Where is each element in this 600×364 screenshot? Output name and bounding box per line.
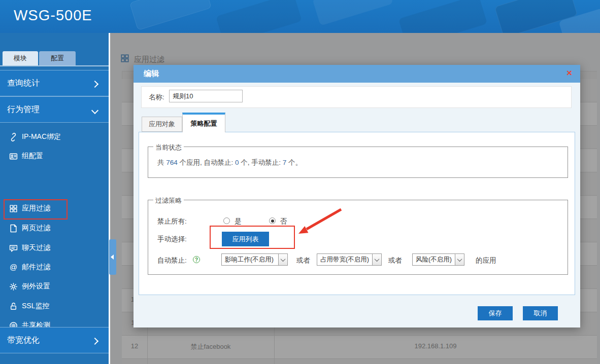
select-arrow-icon [372,254,381,265]
sidebar-collapse-handle[interactable] [109,239,116,275]
chevron-right-icon [91,81,98,88]
sidebar-item-chat-filter[interactable]: 聊天过滤 [0,238,109,258]
collapse-left-icon [111,254,114,260]
work-impact-select[interactable]: 影响工作(不启用) [221,253,288,266]
sidebar-item-exception-settings[interactable]: 例外设置 [0,277,109,296]
ban-all-label: 禁止所有: [157,217,187,226]
keyboard-key-decoration [312,0,393,26]
name-label: 名称: [149,93,164,102]
cancel-button[interactable]: 取消 [523,306,558,320]
section-label: 带宽优化 [7,335,40,346]
dialog-title: 编辑 [144,69,159,79]
sidebar-item-label: 聊天过滤 [22,243,50,252]
manual-select-label: 手动选择: [157,235,187,244]
chevron-down-icon [91,107,98,114]
keyboard-key-decoration [216,0,302,33]
app-list-button[interactable]: 应用列表 [222,232,269,246]
red-highlight-box [4,199,68,220]
help-icon[interactable]: ? [193,256,200,263]
sidebar-item-label: 邮件过滤 [22,263,50,272]
status-text: 共 [157,159,166,166]
sidebar-section-query-stats[interactable]: 查询统计 [0,70,109,96]
bandwidth-usage-select[interactable]: 占用带宽(不启用) [317,253,382,266]
svg-text:@: @ [10,263,17,271]
status-text: 个, 手动禁止: [239,159,283,166]
save-button[interactable]: 保存 [478,306,513,320]
sidebar-tab-divider [0,65,109,66]
tab-policy-config[interactable]: 策略配置 [182,113,225,132]
fieldset-legend: 当前状态 [153,143,184,152]
tab-label: 应用对象 [149,120,175,129]
total-apps-count: 764 [166,159,178,166]
webpage-icon [9,224,18,233]
sidebar-tab-module-label: 模块 [14,54,27,63]
link-icon [9,133,18,141]
section-label: 查询统计 [7,78,40,89]
select-arrow-icon [455,254,464,265]
current-status-fieldset: 当前状态 共 764 个应用, 自动禁止: 0 个, 手动禁止: 7 个。 [148,147,568,178]
lock-icon [9,302,18,311]
auto-ban-count: 0 [235,159,239,166]
keyboard-key-decoration [398,0,487,33]
sidebar-item-label: SSL监控 [22,302,49,311]
auto-ban-label: 自动禁止: [157,256,187,265]
radio-yes-label: 是 [235,217,242,226]
radio-no-label: 否 [280,217,287,226]
sidebar-tab-module[interactable]: 模块 [3,51,38,65]
edit-dialog: 编辑 × 名称: 应用对象 策略配置 当前状态 共 764 个应用, 自动禁止:… [134,65,580,327]
sidebar-item-label: 组配置 [22,152,43,161]
close-icon[interactable]: × [566,68,572,78]
sidebar-tab-config[interactable]: 配置 [39,51,76,65]
sidebar-item-label: IP-MAC绑定 [22,132,61,141]
rule-name-input[interactable] [169,90,243,102]
or-text: 或者 [388,256,402,265]
sidebar-section-bandwidth[interactable]: 带宽优化 [0,327,109,353]
select-value: 占用带宽(不启用) [320,256,369,264]
sidebar-item-label: 网页过滤 [22,224,50,233]
sidebar: 模块 配置 查询统计 行为管理 IP-MAC绑定 组配置 应用过滤 [0,33,109,364]
sidebar-item-web-filter[interactable]: 网页过滤 [0,219,109,238]
id-card-icon [9,152,18,161]
select-value: 影响工作(不启用) [225,256,274,264]
status-text: 个。 [286,159,302,166]
status-text: 个应用, 自动禁止: [178,159,235,166]
radio-ban-all-yes[interactable] [223,217,230,224]
sidebar-section-behavior-mgmt[interactable]: 行为管理 [0,96,109,123]
sidebar-item-ssl-monitor[interactable]: SSL监控 [0,297,109,316]
tab-label: 策略配置 [191,119,217,128]
chat-icon [9,244,18,252]
tab-app-object[interactable]: 应用对象 [142,117,182,132]
at-icon: @ [9,263,18,272]
select-arrow-icon [278,254,287,265]
top-banner: WSG-500E [0,0,600,33]
sidebar-tab-config-label: 配置 [51,54,64,63]
chevron-right-icon [91,338,98,345]
status-summary: 共 764 个应用, 自动禁止: 0 个, 手动禁止: 7 个。 [157,158,302,167]
sidebar-item-mail-filter[interactable]: @ 邮件过滤 [0,258,109,277]
dialog-header [134,65,580,83]
product-logo: WSG-500E [14,7,92,24]
keyboard-key-decoration [129,0,212,30]
risk-select[interactable]: 风险(不启用) [412,253,464,266]
select-value: 风险(不启用) [416,256,452,264]
tab-content-panel: 当前状态 共 764 个应用, 自动禁止: 0 个, 手动禁止: 7 个。 过滤… [139,132,575,295]
apps-suffix-text: 的应用 [476,256,496,265]
gear-icon [9,282,18,291]
or-text: 或者 [296,256,310,265]
section-label: 行为管理 [7,104,40,115]
sidebar-item-group-config[interactable]: 组配置 [0,147,109,166]
radio-ban-all-no[interactable] [269,217,276,224]
filter-policy-fieldset: 过滤策略 禁止所有: 是 否 手动选择: 应用列表 自动禁止: ? 影响工作(不… [148,200,568,275]
fieldset-legend: 过滤策略 [153,196,184,205]
sidebar-item-label: 例外设置 [22,282,50,291]
sidebar-item-ip-mac-binding[interactable]: IP-MAC绑定 [0,127,109,147]
